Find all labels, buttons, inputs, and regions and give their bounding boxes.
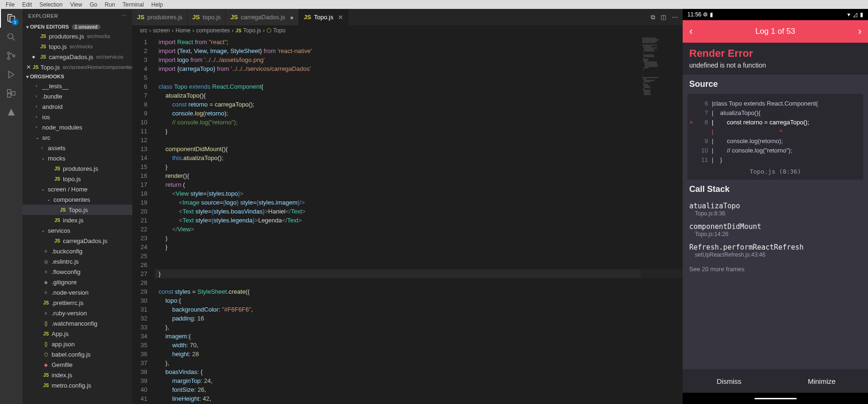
wifi-icon: ▾: [847, 11, 850, 18]
svg-line-1: [12, 38, 15, 40]
folder-item[interactable]: ⌄src: [23, 132, 132, 143]
file-item[interactable]: JSprodutores.js: [23, 163, 132, 174]
see-more-frames[interactable]: See 20 more frames: [683, 261, 868, 277]
file-item[interactable]: JSmetro.config.js: [23, 380, 132, 390]
breadcrumb[interactable]: src›screen›Home›componentes›JS Topo.js›⬡…: [132, 25, 683, 36]
code-editor[interactable]: import React from "react";import {Text, …: [155, 36, 683, 404]
file-item[interactable]: JScarregaDados.js: [23, 236, 132, 246]
more-icon[interactable]: ⋯: [672, 14, 678, 21]
minimap[interactable]: ████ █████ ████ ██████████ █████ ████ ██…: [640, 36, 683, 404]
error-header: ‹ Log 1 of 53 ›: [683, 20, 868, 43]
file-item[interactable]: JSTopo.js: [23, 205, 132, 215]
file-item[interactable]: ◎.eslintrc.js: [23, 256, 132, 267]
file-item[interactable]: {}.watchmanconfig: [23, 318, 132, 328]
folder-item[interactable]: ⌄servicos: [23, 225, 132, 236]
svg-rect-6: [8, 90, 11, 93]
source-line: 7| atualizaTopo(){: [687, 108, 863, 117]
folder-item[interactable]: ›node_modules: [23, 122, 132, 132]
tab-topo-js[interactable]: JStopo.js: [188, 9, 226, 25]
menu-bar: FileEditSelectionViewGoRunTerminalHelp: [0, 0, 868, 9]
emulator: 11:56 ⚙ ▮ ▾◿▮ ‹ Log 1 of 53 › Render Err…: [683, 9, 868, 404]
stack-frame[interactable]: componentDidMountTopo.js:14:26: [683, 220, 868, 240]
breadcrumb-item[interactable]: Home: [175, 27, 190, 34]
gutter: 1234567891011121314151617181920212223242…: [132, 36, 155, 404]
file-item[interactable]: ≡.node-version: [23, 287, 132, 297]
file-item[interactable]: JSApp.js: [23, 328, 132, 339]
explorer-icon[interactable]: 1: [6, 13, 17, 24]
tab-Topo-js[interactable]: JSTopo.js✕: [299, 9, 349, 25]
folder-item[interactable]: ⌄mocks: [23, 153, 132, 163]
open-editor-item[interactable]: JSprodutores.jssrc/mocks: [23, 31, 132, 41]
callstack-label: Call Stack: [683, 180, 868, 199]
extensions-icon[interactable]: [6, 88, 17, 99]
breadcrumb-item[interactable]: screen: [153, 27, 170, 34]
activity-bar: 1: [0, 9, 23, 404]
nav-bar: [683, 393, 868, 404]
svg-point-4: [13, 55, 15, 57]
breadcrumb-item[interactable]: src: [140, 27, 147, 34]
nav-pill[interactable]: [754, 398, 797, 399]
sidebar: EXPLORER ⋯ ▾ OPEN EDITORS 1 unsaved JSpr…: [23, 9, 132, 404]
menu-run[interactable]: Run: [101, 1, 119, 8]
open-editor-item[interactable]: ✕JSTopo.jssrc/screen/Home/componentes: [23, 62, 132, 72]
folder-item[interactable]: ›ios: [23, 112, 132, 122]
open-editor-item[interactable]: JStopo.jssrc/mocks: [23, 41, 132, 52]
folder-item[interactable]: ⌄componentes: [23, 194, 132, 205]
file-item[interactable]: ⬡babel.config.js: [23, 349, 132, 359]
menu-selection[interactable]: Selection: [36, 1, 66, 8]
file-item[interactable]: ≡.ruby-version: [23, 308, 132, 318]
folder-item[interactable]: ›.bundle: [23, 91, 132, 101]
menu-help[interactable]: Help: [148, 1, 167, 8]
tab-actions: ⧉◫⋯: [646, 9, 683, 25]
debug-icon[interactable]: [6, 69, 17, 80]
next-log-icon[interactable]: ›: [858, 25, 861, 38]
workspace-header[interactable]: ▾ ORGSHOOKS: [23, 72, 132, 81]
file-item[interactable]: JS.prettierrc.js: [23, 297, 132, 308]
source-line: 9| console.log(retorno);: [687, 136, 863, 145]
menu-view[interactable]: View: [66, 1, 86, 8]
search-icon[interactable]: [6, 31, 17, 43]
open-editors-label: OPEN EDITORS: [30, 24, 69, 30]
file-item[interactable]: JSindex.js: [23, 370, 132, 380]
triangle-icon[interactable]: [6, 107, 17, 118]
minimize-button[interactable]: Minimize: [776, 369, 868, 393]
stack-frame[interactable]: atualizaTopoTopo.js:8:36: [683, 199, 868, 220]
source-line: | ^: [687, 127, 863, 136]
menu-go[interactable]: Go: [86, 1, 101, 8]
split-icon[interactable]: ◫: [661, 14, 666, 21]
breadcrumb-item[interactable]: ⬡ Topo: [266, 27, 285, 34]
file-item[interactable]: ◆Gemfile: [23, 359, 132, 370]
prev-log-icon[interactable]: ‹: [689, 25, 693, 38]
folder-item[interactable]: ›assets: [23, 143, 132, 153]
file-item[interactable]: JStopo.js: [23, 174, 132, 184]
folder-item[interactable]: ›__tests__: [23, 81, 132, 91]
breadcrumb-item[interactable]: JS Topo.js: [236, 27, 261, 34]
stack-frame[interactable]: Refresh.performReactRefreshsetUpReactRef…: [683, 240, 868, 261]
file-item[interactable]: ≡.flowconfig: [23, 267, 132, 277]
file-item[interactable]: {}app.json: [23, 339, 132, 349]
sidebar-title: EXPLORER: [28, 13, 58, 19]
source-file-location: Topo.js (8:36): [687, 164, 863, 175]
file-item[interactable]: ◆.gitignore: [23, 277, 132, 287]
clipboard-icon: ▮: [710, 11, 713, 18]
tab-carregaDados-js[interactable]: JScarregaDados.js●: [226, 9, 299, 25]
file-item[interactable]: ≡.buckconfig: [23, 246, 132, 256]
folder-item[interactable]: ›android: [23, 101, 132, 112]
status-time: 11:56: [687, 11, 701, 18]
sidebar-more-icon[interactable]: ⋯: [122, 13, 127, 19]
dismiss-button[interactable]: Dismiss: [683, 369, 776, 393]
menu-edit[interactable]: Edit: [18, 1, 36, 8]
scm-icon[interactable]: [6, 50, 17, 61]
menu-terminal[interactable]: Terminal: [119, 1, 147, 8]
menu-file[interactable]: File: [2, 1, 18, 8]
compare-icon[interactable]: ⧉: [651, 14, 655, 21]
file-item[interactable]: JSindex.js: [23, 215, 132, 225]
open-editors-header[interactable]: ▾ OPEN EDITORS 1 unsaved: [23, 23, 132, 31]
breadcrumb-item[interactable]: componentes: [196, 27, 230, 34]
folder-item[interactable]: ⌄screen / Home: [23, 184, 132, 194]
source-block: 6|class Topo extends React.Component{7| …: [687, 94, 863, 180]
open-editor-item[interactable]: ●JScarregaDados.jssrc/servicos: [23, 52, 132, 62]
tab-produtores-js[interactable]: JSprodutores.js: [132, 9, 188, 25]
workspace-label: ORGSHOOKS: [30, 74, 64, 79]
signal-icon: ◿: [853, 11, 857, 18]
